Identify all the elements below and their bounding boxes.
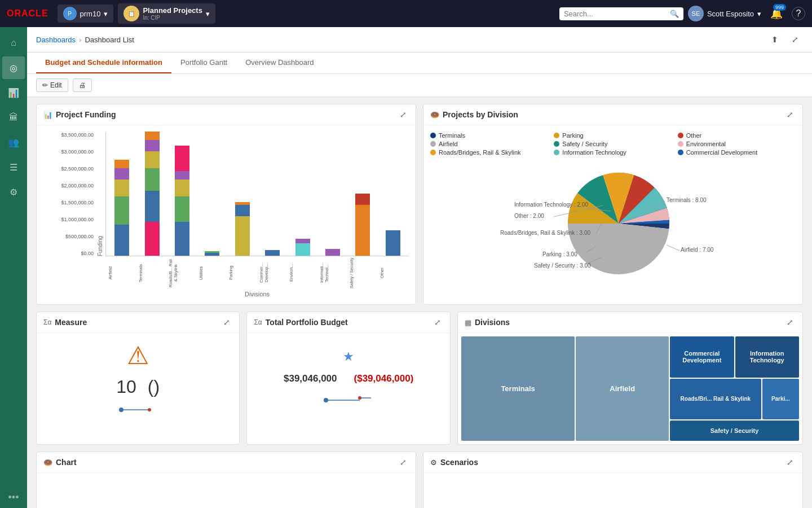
- sidebar-more[interactable]: •••: [8, 492, 19, 503]
- app-avatar: P: [63, 7, 77, 20]
- y-label-0: $0.00: [43, 251, 94, 256]
- fullscreen-icon[interactable]: ⤢: [787, 32, 803, 47]
- portfolio-icon: Σα: [254, 318, 262, 326]
- x-label-it: Informati... Technol...: [319, 257, 347, 288]
- portfolio-expand-button[interactable]: ⤢: [432, 317, 443, 328]
- bar-segment: [145, 140, 160, 151]
- y-label-5: $2,500,000.00: [43, 166, 94, 172]
- x-label-roads: Roads/B... Rail & Skylink: [168, 257, 196, 288]
- project-switcher-button[interactable]: 📋 Planned Projects In: CIP ▾: [118, 3, 215, 24]
- portfolio-numbers: $39,046,000 ($39,046,000): [284, 373, 413, 384]
- pie-chart-svg: Information Technology : 2.00 Other : 2.…: [461, 161, 765, 286]
- bar-parking: [229, 202, 256, 256]
- bar-segment: [235, 205, 250, 216]
- annotation-parking: Parking : 3.00: [542, 251, 577, 257]
- tab-overview[interactable]: Overview Dashboard: [236, 52, 323, 73]
- project-funding-body: $3,500,000.00 $3,000,000.00 $2,500,000.0…: [37, 125, 416, 304]
- funding-card-title: Project Funding: [56, 110, 394, 119]
- portfolio-amount-1: $39,046,000: [284, 373, 337, 384]
- sidebar-item-list[interactable]: ☰: [2, 156, 25, 178]
- bar-segment: [175, 222, 189, 256]
- bar-segment: [175, 171, 189, 179]
- funding-expand-button[interactable]: ⤢: [398, 109, 409, 120]
- x-label-other: Other: [379, 257, 407, 288]
- help-button[interactable]: ?: [792, 7, 805, 20]
- bar-segment: [175, 196, 189, 222]
- y-label-2: $1,000,000.00: [43, 217, 94, 222]
- user-menu-button[interactable]: SE Scott Esposito ▾: [688, 6, 761, 21]
- y-label-4: $2,000,000.00: [43, 183, 94, 189]
- breadcrumb-current: Dashboard List: [85, 36, 134, 44]
- bar-segment: [114, 168, 129, 179]
- dashboard-scroll[interactable]: 📊 Project Funding ⤢ $3,500,000.00 $3,000…: [27, 97, 812, 508]
- bar-segment: [355, 194, 370, 205]
- bar-airfield: [108, 160, 135, 256]
- measure-expand-button[interactable]: ⤢: [221, 317, 232, 328]
- division-expand-button[interactable]: ⤢: [784, 109, 796, 120]
- treemap-parking: Parki...: [762, 379, 799, 420]
- legend-parking: Parking: [554, 132, 672, 139]
- legend-environmental: Environmental: [678, 141, 796, 147]
- search-input[interactable]: [564, 10, 667, 18]
- sidebar-item-people[interactable]: 👥: [2, 131, 25, 154]
- scenarios-expand-button[interactable]: ⤢: [784, 457, 796, 468]
- edit-button[interactable]: ✏ Edit: [36, 78, 68, 92]
- chart-header: 🍩 Chart ⤢: [37, 452, 416, 473]
- main-layout: ⌂ ◎ 📊 🏛 👥 ☰ ⚙ ••• Dashboards › Dashboard…: [0, 27, 812, 508]
- search-box[interactable]: 🔍: [559, 7, 683, 20]
- legend-airfield: Airfield: [430, 141, 548, 147]
- measure-sparkline: [116, 404, 161, 415]
- bar-segment: [114, 179, 129, 196]
- legend-safety: Safety / Security: [554, 141, 672, 147]
- x-labels: Airfield Terminals Roads/B... Rail & Sky…: [105, 257, 409, 288]
- annotation-safety: Safety / Security : 3.00: [534, 262, 591, 269]
- scenarios-body: [423, 473, 802, 508]
- legend-it: Information Technology: [554, 149, 672, 156]
- bar-environ: [289, 239, 316, 256]
- print-button[interactable]: 🖨: [73, 78, 92, 92]
- warning-triangle-icon: ⚠: [127, 341, 149, 370]
- user-avatar: SE: [688, 6, 704, 21]
- bar-segment: [295, 243, 310, 256]
- notifications-button[interactable]: 🔔 999: [770, 7, 783, 20]
- sidebar-item-target[interactable]: ◎: [2, 56, 25, 79]
- project-name: Planned Projects: [143, 6, 202, 15]
- scenarios-title: Scenarios: [440, 458, 781, 467]
- bar-segment: [114, 225, 129, 256]
- x-label-environ: Environ...: [289, 257, 316, 288]
- app-switcher-button[interactable]: P prm10 ▾: [58, 5, 114, 23]
- chart-expand-button[interactable]: ⤢: [398, 457, 409, 468]
- y-label-6: $3,000,000.00: [43, 149, 94, 155]
- sidebar-item-building[interactable]: 🏛: [2, 106, 25, 129]
- measure-sparkline-svg: [116, 404, 161, 415]
- project-info: Planned Projects In: CIP: [143, 6, 202, 21]
- total-portfolio-card: Σα Total Portfolio Budget ⤢ ★ $39,046,00…: [246, 312, 450, 445]
- chart-icon: 🍩: [43, 458, 52, 467]
- tab-budget[interactable]: Budget and Schedule information: [36, 52, 171, 73]
- tab-gantt[interactable]: Portfolio Gantt: [171, 52, 236, 73]
- user-name: Scott Esposito: [707, 10, 754, 18]
- user-chevron-icon: ▾: [757, 10, 761, 18]
- bar-segment: [325, 249, 340, 256]
- division-card-title: Projects by Division: [443, 110, 781, 119]
- sidebar-item-home[interactable]: ⌂: [2, 32, 25, 54]
- legend-roads: Roads/Bridges, Rail & Skylink: [430, 149, 548, 156]
- sidebar-item-settings[interactable]: ⚙: [2, 181, 25, 203]
- divisions-expand-button[interactable]: ⤢: [784, 317, 796, 328]
- measure-value-1: 10: [116, 376, 136, 397]
- scenarios-icon: ⚙: [430, 458, 437, 467]
- oracle-logo: ORACLE: [7, 8, 48, 19]
- sidebar-item-data[interactable]: 📊: [2, 81, 25, 104]
- bar-roads: [169, 146, 196, 256]
- breadcrumb-dashboards[interactable]: Dashboards: [36, 36, 76, 44]
- annotation-airfield-line: [667, 245, 679, 251]
- measure-value-2: (): [148, 376, 160, 397]
- projects-by-division-body: Terminals Parking Other Airfield Safety …: [423, 125, 802, 292]
- breadcrumb-actions: ⬆ ⤢: [767, 32, 803, 47]
- treemap-airfield: Airfield: [576, 336, 669, 441]
- share-icon[interactable]: ⬆: [767, 32, 783, 47]
- legend-commercial: Commercial Development: [678, 149, 796, 156]
- scrollbar[interactable]: [809, 27, 812, 508]
- annotation-roads: Roads/Bridges, Rail & Skylink : 3.00: [500, 230, 591, 236]
- treemap-top: Commercial Development Information Techn…: [670, 336, 799, 378]
